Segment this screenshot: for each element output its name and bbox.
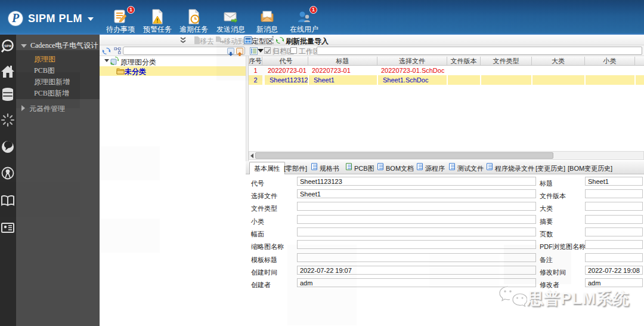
svg-text:SIPM: SIPM (4, 44, 11, 48)
